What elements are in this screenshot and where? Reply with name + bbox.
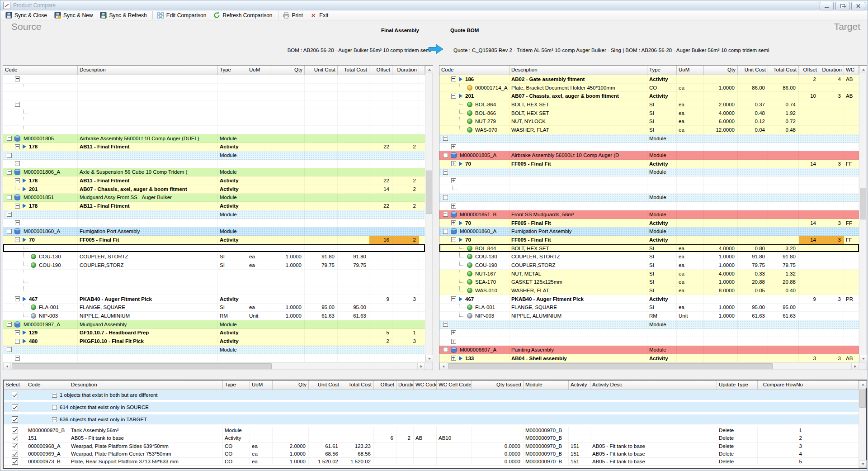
column-header-act_desc[interactable]: Activity Desc (590, 381, 717, 390)
table-row[interactable]: COU-130COUPLER, STORTZSIea1.000091.8091.… (439, 252, 859, 261)
table-row[interactable]: WAS-010WASHER, FLATSIea8.00000.050.40 (439, 286, 859, 295)
column-header-desc[interactable]: Description (78, 66, 218, 75)
table-row[interactable]: 186AB02 - Gate assembly fitmentActivity2… (439, 75, 859, 84)
collapse-icon[interactable] (443, 153, 448, 158)
table-row[interactable]: M000006607_APainting AssemblyModule (439, 346, 859, 354)
table-row[interactable] (439, 329, 859, 338)
expand-icon[interactable] (52, 393, 57, 398)
column-header-uom[interactable]: UoM (247, 66, 272, 75)
column-header-off[interactable]: Offset (369, 66, 392, 75)
restore-button[interactable] (835, 2, 849, 10)
table-row[interactable] (439, 143, 859, 152)
table-row[interactable] (3, 160, 425, 168)
scrollbar-thumb[interactable] (860, 188, 866, 219)
column-header-qty_issued[interactable]: Qty Issued (472, 381, 524, 390)
expand-icon[interactable] (52, 405, 57, 410)
scroll-down-button[interactable] (425, 355, 433, 362)
table-row[interactable] (3, 270, 425, 278)
source-horizontal-scrollbar[interactable] (3, 362, 425, 370)
table-row[interactable]: 178AB11 - Final FitmentActivity222 (3, 176, 425, 185)
table-row[interactable]: M000000970_BTank Assembly,56m³ModuleM000… (4, 427, 859, 434)
row-checkbox[interactable] (12, 451, 18, 457)
collapse-icon[interactable] (7, 229, 12, 234)
collapse-icon[interactable] (7, 136, 12, 141)
table-row[interactable]: SEA-170GASKET 125x125mmSIea1.000020.8820… (439, 278, 859, 287)
collapse-icon[interactable] (52, 417, 57, 422)
table-row[interactable]: 467PKAB40 - Auger Fitment PickActivity93… (439, 295, 859, 304)
table-row[interactable] (3, 75, 425, 84)
sync-refresh-button[interactable]: Sync & Refresh (97, 11, 151, 20)
scroll-up-button[interactable] (859, 381, 867, 388)
edit-comparison-button[interactable]: Edit Comparison (154, 11, 211, 20)
collapse-icon[interactable] (7, 170, 12, 175)
table-row[interactable]: M000001805Airbrake Assembly 56000Lt 10 C… (3, 134, 425, 143)
expand-icon[interactable] (451, 356, 456, 361)
table-row[interactable]: Module (439, 134, 859, 143)
table-row[interactable]: NUT-279NUT, NYLOCKSIea6.00000.120.72 (439, 117, 859, 126)
table-row[interactable]: 70FF005 - Final FitActivity143FF (439, 160, 859, 168)
scroll-left-button[interactable] (439, 363, 447, 370)
table-row[interactable]: BOL-864BOLT, HEX SETSIea2.00000.370.74 (439, 100, 859, 109)
column-header-wc[interactable]: WC (844, 66, 859, 75)
table-row[interactable] (439, 176, 859, 185)
column-header-code[interactable]: Code (3, 66, 78, 75)
collapse-icon[interactable] (15, 296, 20, 301)
column-header-code[interactable]: Code (26, 381, 69, 390)
collapse-icon[interactable] (15, 102, 20, 107)
table-row[interactable]: 70FF005 - Final FitActivity162 (3, 236, 425, 244)
table-row[interactable]: M000001860_AFumigation Port AssemblyModu… (439, 227, 859, 236)
source-vertical-scrollbar[interactable] (425, 66, 433, 362)
column-header-uom[interactable]: UoM (677, 66, 704, 75)
table-row[interactable]: FLA-001FLANGE, SQUARESIea1.000095.0095.0… (3, 304, 425, 312)
scrollbar-thumb[interactable] (859, 389, 866, 408)
column-header-dur[interactable]: Duration (819, 66, 844, 75)
column-header-uc[interactable]: Unit Cost (305, 66, 338, 75)
expand-icon[interactable] (15, 330, 20, 335)
table-row[interactable]: 129GF10.10.7 - Headboard PrepActivity51 (3, 329, 425, 338)
row-checkbox[interactable] (12, 416, 18, 423)
collapse-icon[interactable] (15, 76, 20, 81)
table-row[interactable]: M000001805_AAirbrake Assembly 56000Lt 10… (439, 151, 859, 160)
table-row[interactable] (3, 100, 425, 109)
table-row[interactable] (3, 354, 425, 362)
table-row[interactable]: COU-130COUPLER, STORTZSIea1.000091.8091.… (3, 252, 425, 261)
column-header-wc_code[interactable]: WC Code (414, 381, 437, 390)
row-checkbox[interactable] (12, 404, 18, 410)
table-row[interactable]: 000001714_APlate, Bracket Document Holde… (439, 84, 859, 92)
expand-icon[interactable] (451, 144, 456, 149)
table-row[interactable]: BOL-866BOLT, HEX SETSIea4.00000.481.92 (439, 109, 859, 118)
table-row[interactable]: 000000969_AWearpad, Plate Platform Cente… (4, 450, 859, 458)
table-row[interactable]: Module (3, 346, 425, 354)
column-header-off[interactable]: Offset (374, 381, 396, 390)
expand-icon[interactable] (15, 204, 20, 209)
table-row[interactable]: M000001851_BFront SS Mudguards, 56m³Modu… (439, 210, 859, 219)
column-header-wc_cell[interactable]: WC Cell Code (437, 381, 472, 390)
expand-icon[interactable] (15, 161, 20, 166)
exit-button[interactable]: × Exit (307, 11, 332, 20)
row-checkbox[interactable] (12, 392, 18, 398)
table-row[interactable]: COU-190COUPLER,STORZSIea1.000079.7579.75 (439, 261, 859, 270)
table-row[interactable]: M000001806_AAxle & Suspension 56 Cube 10… (3, 168, 425, 177)
column-header-dur[interactable]: Duration (396, 381, 414, 390)
row-checkbox[interactable] (12, 427, 18, 433)
collapse-icon[interactable] (15, 237, 20, 242)
collapse-icon[interactable] (7, 195, 12, 200)
column-header-off[interactable]: Offset (799, 66, 819, 75)
table-row[interactable] (3, 219, 425, 228)
scrollbar-thumb[interactable] (12, 363, 272, 369)
scroll-up-button[interactable] (425, 66, 433, 73)
expand-icon[interactable] (451, 330, 456, 335)
table-row[interactable]: 201AB07 - Chassis, axel, auger & boom fi… (439, 92, 859, 100)
collapse-icon[interactable] (451, 237, 456, 242)
table-row[interactable]: M000001860_AFumigation Port AssemblyModu… (3, 227, 425, 236)
table-row[interactable]: 178AB11 - Final FitmentActivity222 (3, 202, 425, 210)
column-header-desc[interactable]: Description (509, 66, 647, 75)
table-row[interactable]: NUT-167NUT, METALSIea4.00000.331.32 (439, 270, 859, 278)
table-row[interactable] (3, 84, 425, 92)
table-row[interactable]: 467PKAB40 - Auger Fitment PickActivity93 (3, 295, 425, 304)
table-row[interactable] (439, 185, 859, 194)
collapse-icon[interactable] (443, 347, 448, 352)
column-header-code[interactable]: Code (439, 66, 509, 75)
column-header-desc[interactable]: Description (69, 381, 223, 390)
column-header-rowno[interactable]: Compare RowNo (758, 381, 805, 390)
